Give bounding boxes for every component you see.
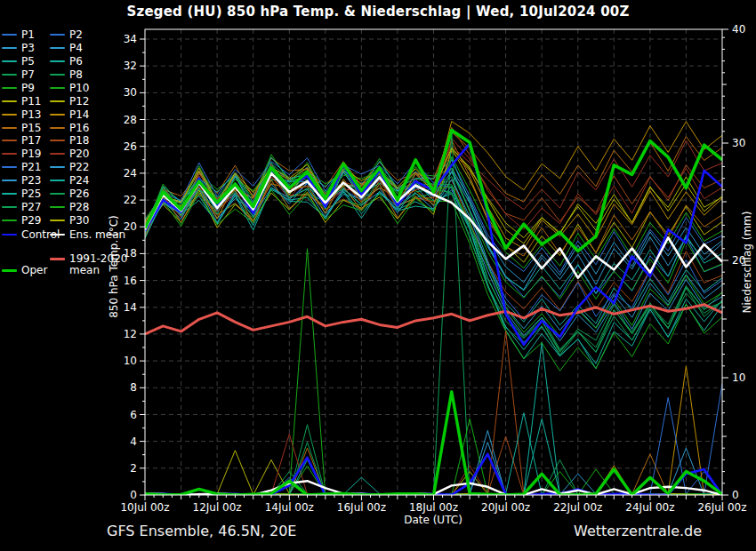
x-tick-label: 22Jul 00z <box>553 501 602 514</box>
temp-tick-label: 30 <box>124 86 137 99</box>
x-tick-label: 20Jul 00z <box>481 501 530 514</box>
temp-tick-label: 34 <box>124 33 137 45</box>
x-tick-label: 10Jul 00z <box>120 501 169 514</box>
y-axis-right-label: Niederschlag (mm) <box>741 212 753 314</box>
x-tick-label: 12Jul 00z <box>193 501 242 514</box>
precip-tick-label: 0 <box>732 489 739 501</box>
x-tick-label: 18Jul 00z <box>409 501 458 514</box>
temp-tick-label: 32 <box>124 60 137 72</box>
temp-tick-label: 28 <box>124 114 137 126</box>
meteogram-chart: 0246810121416182022242628303234010203040… <box>0 0 756 551</box>
temp-tick-label: 14 <box>124 301 137 314</box>
y-axis-left-label: 850 hPa Temp. (°C) <box>108 215 120 318</box>
x-tick-label: 24Jul 00z <box>625 501 674 514</box>
precip-tick-label: 30 <box>732 137 745 149</box>
temp-tick-label: 26 <box>124 140 137 153</box>
temp-tick-label: 10 <box>124 355 137 367</box>
precip-tick-label: 40 <box>732 23 745 36</box>
temp-tick-label: 0 <box>130 489 137 501</box>
ensemble-meteogram-page: { "title": "Szeged (HU) 850 hPa Temp. & … <box>0 0 756 551</box>
x-tick-label: 14Jul 00z <box>265 501 314 514</box>
precip-tick-label: 10 <box>732 371 745 384</box>
site-credit-label: Wetterzentrale.de <box>574 523 702 539</box>
x-tick-label: 26Jul 00z <box>697 501 746 514</box>
temp-tick-label: 16 <box>124 275 137 287</box>
temp-tick-label: 6 <box>130 409 137 421</box>
temp-tick-label: 4 <box>130 435 137 448</box>
temp-tick-label: 20 <box>124 220 137 233</box>
temp-tick-label: 18 <box>124 247 137 260</box>
temp-tick-label: 22 <box>124 194 137 206</box>
temp-tick-label: 8 <box>130 381 137 394</box>
model-info-label: GFS Ensemble, 46.5N, 20E <box>107 523 296 539</box>
temp-tick-label: 12 <box>124 328 137 340</box>
x-tick-label: 16Jul 00z <box>337 501 386 514</box>
temp-tick-label: 24 <box>124 167 137 180</box>
temp-tick-label: 2 <box>130 462 137 475</box>
x-axis-label: Date (UTC) <box>404 514 462 526</box>
